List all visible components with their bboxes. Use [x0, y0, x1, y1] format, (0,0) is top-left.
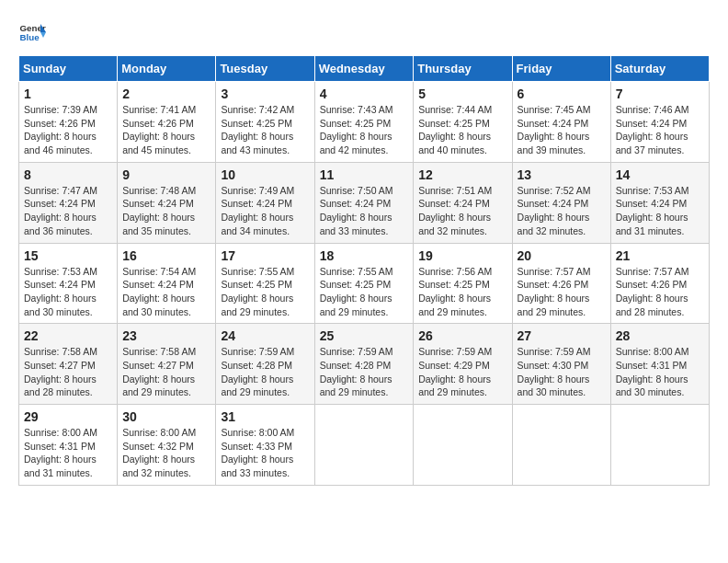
calendar-week-row: 15 Sunrise: 7:53 AMSunset: 4:24 PMDaylig… [19, 243, 710, 324]
day-detail: Sunrise: 7:47 AMSunset: 4:24 PMDaylight:… [24, 185, 97, 236]
day-number: 31 [221, 409, 309, 424]
calendar-cell: 29 Sunrise: 8:00 AMSunset: 4:31 PMDaylig… [19, 405, 118, 486]
calendar-cell [414, 405, 512, 486]
calendar-cell: 22 Sunrise: 7:58 AMSunset: 4:27 PMDaylig… [19, 324, 118, 405]
calendar-cell: 19 Sunrise: 7:56 AMSunset: 4:25 PMDaylig… [414, 243, 512, 324]
day-number: 15 [24, 248, 112, 263]
day-number: 23 [122, 328, 210, 343]
day-detail: Sunrise: 7:41 AMSunset: 4:26 PMDaylight:… [122, 104, 196, 155]
calendar-cell [610, 405, 709, 486]
calendar-cell: 17 Sunrise: 7:55 AMSunset: 4:25 PMDaylig… [216, 243, 314, 324]
day-number: 28 [616, 328, 704, 343]
day-detail: Sunrise: 7:45 AMSunset: 4:24 PMDaylight:… [518, 104, 591, 155]
day-number: 12 [418, 167, 506, 182]
day-detail: Sunrise: 7:55 AMSunset: 4:25 PMDaylight:… [320, 266, 393, 317]
calendar-cell: 15 Sunrise: 7:53 AMSunset: 4:24 PMDaylig… [19, 243, 118, 324]
calendar-cell: 26 Sunrise: 7:59 AMSunset: 4:29 PMDaylig… [414, 324, 512, 405]
calendar-cell: 1 Sunrise: 7:39 AMSunset: 4:26 PMDayligh… [19, 82, 118, 163]
weekday-header: Monday [118, 56, 216, 82]
day-number: 18 [320, 248, 409, 263]
weekday-header: Friday [512, 56, 610, 82]
day-detail: Sunrise: 7:59 AMSunset: 4:30 PMDaylight:… [518, 346, 591, 397]
calendar-week-row: 1 Sunrise: 7:39 AMSunset: 4:26 PMDayligh… [19, 82, 710, 163]
calendar-cell: 8 Sunrise: 7:47 AMSunset: 4:24 PMDayligh… [19, 162, 118, 243]
day-detail: Sunrise: 7:52 AMSunset: 4:24 PMDaylight:… [518, 185, 591, 236]
day-detail: Sunrise: 7:39 AMSunset: 4:26 PMDaylight:… [24, 104, 97, 155]
svg-marker-3 [40, 32, 46, 38]
day-number: 27 [518, 328, 606, 343]
day-detail: Sunrise: 7:59 AMSunset: 4:28 PMDaylight:… [221, 346, 294, 397]
day-detail: Sunrise: 8:00 AMSunset: 4:31 PMDaylight:… [24, 427, 97, 478]
day-number: 8 [24, 167, 112, 182]
calendar-cell [314, 405, 414, 486]
calendar-cell: 3 Sunrise: 7:42 AMSunset: 4:25 PMDayligh… [216, 82, 314, 163]
calendar-cell: 25 Sunrise: 7:59 AMSunset: 4:28 PMDaylig… [314, 324, 414, 405]
day-detail: Sunrise: 7:48 AMSunset: 4:24 PMDaylight:… [122, 185, 196, 236]
logo-icon: General Blue [18, 18, 46, 46]
calendar-cell [512, 405, 610, 486]
day-number: 14 [616, 167, 704, 182]
calendar-cell: 14 Sunrise: 7:53 AMSunset: 4:24 PMDaylig… [610, 162, 709, 243]
day-detail: Sunrise: 7:44 AMSunset: 4:25 PMDaylight:… [418, 104, 492, 155]
day-detail: Sunrise: 7:42 AMSunset: 4:25 PMDaylight:… [221, 104, 294, 155]
day-number: 24 [221, 328, 309, 343]
day-detail: Sunrise: 7:51 AMSunset: 4:24 PMDaylight:… [418, 185, 492, 236]
calendar-cell: 2 Sunrise: 7:41 AMSunset: 4:26 PMDayligh… [118, 82, 216, 163]
day-number: 7 [616, 86, 704, 101]
calendar-cell: 11 Sunrise: 7:50 AMSunset: 4:24 PMDaylig… [314, 162, 414, 243]
day-number: 4 [320, 86, 409, 101]
calendar-cell: 24 Sunrise: 7:59 AMSunset: 4:28 PMDaylig… [216, 324, 314, 405]
day-detail: Sunrise: 8:00 AMSunset: 4:33 PMDaylight:… [221, 427, 294, 478]
calendar-cell: 9 Sunrise: 7:48 AMSunset: 4:24 PMDayligh… [118, 162, 216, 243]
weekday-header: Saturday [610, 56, 709, 82]
day-number: 26 [418, 328, 506, 343]
calendar-cell: 12 Sunrise: 7:51 AMSunset: 4:24 PMDaylig… [414, 162, 512, 243]
weekday-header-row: SundayMondayTuesdayWednesdayThursdayFrid… [19, 56, 710, 82]
day-number: 29 [24, 409, 112, 424]
weekday-header: Thursday [414, 56, 512, 82]
calendar-cell: 16 Sunrise: 7:54 AMSunset: 4:24 PMDaylig… [118, 243, 216, 324]
day-detail: Sunrise: 7:53 AMSunset: 4:24 PMDaylight:… [24, 266, 97, 317]
day-number: 21 [616, 248, 704, 263]
calendar-cell: 20 Sunrise: 7:57 AMSunset: 4:26 PMDaylig… [512, 243, 610, 324]
calendar-cell: 18 Sunrise: 7:55 AMSunset: 4:25 PMDaylig… [314, 243, 414, 324]
calendar-week-row: 22 Sunrise: 7:58 AMSunset: 4:27 PMDaylig… [19, 324, 710, 405]
day-detail: Sunrise: 7:57 AMSunset: 4:26 PMDaylight:… [518, 266, 591, 317]
day-detail: Sunrise: 7:50 AMSunset: 4:24 PMDaylight:… [320, 185, 393, 236]
calendar-cell: 10 Sunrise: 7:49 AMSunset: 4:24 PMDaylig… [216, 162, 314, 243]
weekday-header: Wednesday [314, 56, 414, 82]
day-detail: Sunrise: 7:54 AMSunset: 4:24 PMDaylight:… [122, 266, 196, 317]
day-detail: Sunrise: 7:58 AMSunset: 4:27 PMDaylight:… [122, 346, 196, 397]
day-number: 16 [122, 248, 210, 263]
day-number: 20 [518, 248, 606, 263]
weekday-header: Sunday [19, 56, 118, 82]
day-detail: Sunrise: 7:56 AMSunset: 4:25 PMDaylight:… [418, 266, 492, 317]
day-number: 1 [24, 86, 112, 101]
calendar-cell: 30 Sunrise: 8:00 AMSunset: 4:32 PMDaylig… [118, 405, 216, 486]
day-detail: Sunrise: 7:46 AMSunset: 4:24 PMDaylight:… [616, 104, 689, 155]
calendar-cell: 23 Sunrise: 7:58 AMSunset: 4:27 PMDaylig… [118, 324, 216, 405]
calendar-week-row: 29 Sunrise: 8:00 AMSunset: 4:31 PMDaylig… [19, 405, 710, 486]
day-number: 17 [221, 248, 309, 263]
day-detail: Sunrise: 7:58 AMSunset: 4:27 PMDaylight:… [24, 346, 97, 397]
day-number: 13 [518, 167, 606, 182]
calendar-table: SundayMondayTuesdayWednesdayThursdayFrid… [18, 55, 710, 486]
day-number: 3 [221, 86, 309, 101]
day-detail: Sunrise: 8:00 AMSunset: 4:31 PMDaylight:… [616, 346, 689, 397]
day-detail: Sunrise: 7:59 AMSunset: 4:29 PMDaylight:… [418, 346, 492, 397]
day-number: 6 [518, 86, 606, 101]
calendar-cell: 13 Sunrise: 7:52 AMSunset: 4:24 PMDaylig… [512, 162, 610, 243]
calendar-cell: 7 Sunrise: 7:46 AMSunset: 4:24 PMDayligh… [610, 82, 709, 163]
day-detail: Sunrise: 7:53 AMSunset: 4:24 PMDaylight:… [616, 185, 689, 236]
calendar-cell: 28 Sunrise: 8:00 AMSunset: 4:31 PMDaylig… [610, 324, 709, 405]
day-detail: Sunrise: 7:55 AMSunset: 4:25 PMDaylight:… [221, 266, 294, 317]
day-detail: Sunrise: 7:49 AMSunset: 4:24 PMDaylight:… [221, 185, 294, 236]
day-detail: Sunrise: 7:57 AMSunset: 4:26 PMDaylight:… [616, 266, 689, 317]
day-number: 2 [122, 86, 210, 101]
page-header: General Blue [18, 18, 710, 46]
calendar-cell: 4 Sunrise: 7:43 AMSunset: 4:25 PMDayligh… [314, 82, 414, 163]
logo: General Blue [18, 18, 46, 46]
weekday-header: Tuesday [216, 56, 314, 82]
day-detail: Sunrise: 7:43 AMSunset: 4:25 PMDaylight:… [320, 104, 393, 155]
day-number: 11 [320, 167, 409, 182]
